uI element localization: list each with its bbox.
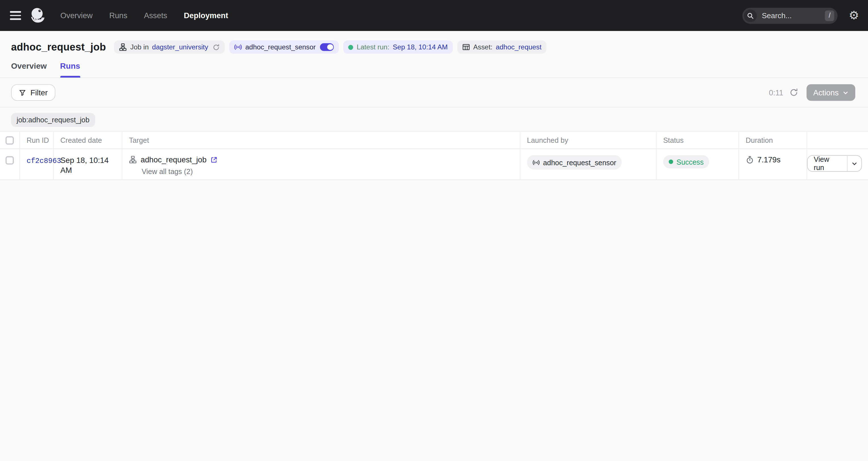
nav-item-assets[interactable]: Assets — [144, 11, 167, 20]
column-header-created-date: Created date — [54, 132, 122, 148]
column-header-actions — [807, 132, 868, 148]
dagster-app: Overview Runs Assets Deployment Search..… — [0, 0, 868, 461]
column-header-run-id: Run ID — [20, 132, 54, 148]
column-header-launched-by: Launched by — [520, 132, 656, 148]
target-job-name: adhoc_request_job — [141, 155, 207, 164]
actions-button[interactable]: Actions — [807, 84, 856, 101]
sensor-chip[interactable]: adhoc_request_sensor — [229, 40, 339, 54]
view-all-tags-link[interactable]: View all tags (2) — [129, 167, 520, 175]
top-navbar: Overview Runs Assets Deployment Search..… — [0, 0, 868, 31]
sensor-icon — [234, 43, 242, 51]
success-dot-icon — [669, 160, 673, 164]
chevron-down-icon — [842, 89, 848, 95]
created-date: Sep 18, 10:14 AM — [60, 155, 108, 174]
menu-icon[interactable] — [10, 11, 21, 20]
job-location-link[interactable]: dagster_university — [152, 43, 208, 51]
latest-run-label: Latest run: — [356, 43, 389, 51]
filter-button[interactable]: Filter — [11, 84, 55, 101]
search-input[interactable]: Search... / — [742, 7, 838, 24]
nav-links: Overview Runs Assets Deployment — [60, 11, 228, 20]
latest-run-link[interactable]: Sep 18, 10:14 AM — [393, 43, 447, 51]
external-link-icon[interactable] — [211, 156, 218, 163]
runs-table: Run ID Created date Target Launched by S… — [0, 132, 868, 180]
launched-by-chip[interactable]: adhoc_request_sensor — [527, 155, 622, 170]
job-graph-icon — [119, 43, 127, 51]
filter-funnel-icon — [19, 89, 26, 96]
search-placeholder: Search... — [762, 11, 825, 20]
tab-runs[interactable]: Runs — [60, 62, 80, 78]
duration-value: 7.179s — [757, 155, 781, 164]
column-header-status: Status — [657, 132, 739, 148]
stopwatch-icon — [746, 155, 754, 164]
runs-toolbar: Filter 0:11 Actions — [0, 78, 868, 107]
nav-item-deployment[interactable]: Deployment — [184, 11, 228, 20]
asset-link[interactable]: adhoc_request — [496, 43, 541, 51]
job-location-chip[interactable]: Job in dagster_university — [114, 40, 225, 54]
active-tab-underline — [60, 76, 80, 78]
reload-location-icon[interactable] — [213, 44, 220, 51]
search-icon — [744, 9, 757, 22]
column-header-target: Target — [122, 132, 520, 148]
tab-overview[interactable]: Overview — [11, 62, 47, 78]
settings-gear-icon[interactable]: ⚙ — [849, 10, 859, 21]
page-header: adhoc_request_job Job in dagster_univers… — [0, 31, 868, 78]
nav-item-overview[interactable]: Overview — [60, 11, 93, 20]
launched-by-name: adhoc_request_sensor — [543, 158, 616, 166]
view-run-button[interactable]: View run — [808, 155, 847, 171]
refresh-countdown: 0:11 — [769, 88, 783, 97]
chevron-down-icon[interactable] — [848, 155, 862, 171]
job-graph-icon — [129, 155, 137, 163]
dagster-logo-icon[interactable] — [29, 6, 46, 24]
table-header-row: Run ID Created date Target Launched by S… — [0, 132, 868, 149]
asset-label: Asset: — [473, 43, 492, 51]
page-title: adhoc_request_job — [11, 41, 106, 53]
nav-item-runs[interactable]: Runs — [109, 11, 127, 20]
applied-filter-chip[interactable]: job:adhoc_request_job — [11, 113, 95, 127]
asset-table-icon — [462, 43, 470, 51]
job-location-prefix: Job in — [130, 43, 149, 51]
applied-filters-row: job:adhoc_request_job — [0, 108, 868, 132]
header-chips: Job in dagster_university — [114, 40, 547, 54]
table-row: cf2c8963 Sep 18, 10:14 AM adhoc_reque — [0, 149, 868, 180]
asset-chip[interactable]: Asset: adhoc_request — [457, 40, 547, 54]
latest-run-chip[interactable]: Latest run: Sep 18, 10:14 AM — [343, 40, 453, 54]
sensor-toggle[interactable] — [320, 43, 334, 51]
page-tabs: Overview Runs — [0, 54, 868, 78]
status-badge[interactable]: Success — [663, 155, 709, 168]
refresh-icon[interactable] — [789, 88, 798, 97]
sensor-icon — [532, 159, 539, 166]
row-checkbox[interactable] — [6, 156, 14, 164]
search-shortcut-key: / — [825, 10, 834, 21]
select-all-checkbox[interactable] — [6, 136, 14, 144]
latest-run-status-dot — [348, 45, 353, 50]
sensor-name[interactable]: adhoc_request_sensor — [245, 43, 316, 51]
column-header-duration: Duration — [739, 132, 807, 148]
status-text: Success — [677, 157, 704, 166]
view-run-split-button: View run — [807, 155, 862, 172]
